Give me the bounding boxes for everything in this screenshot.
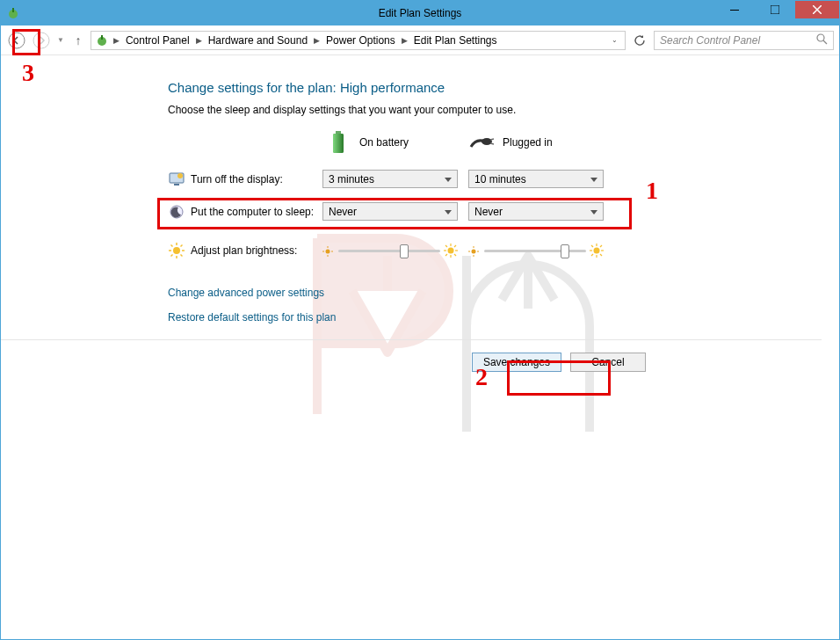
forward-button[interactable] (31, 30, 52, 51)
display-battery-select[interactable]: 3 minutes (322, 170, 458, 188)
advanced-settings-link[interactable]: Change advanced power settings (168, 287, 822, 299)
window-titlebar: Edit Plan Settings (1, 1, 839, 25)
chevron-right-icon[interactable]: ▶ (399, 36, 410, 45)
svg-point-7 (33, 33, 49, 48)
app-icon (6, 6, 20, 20)
sun-max-icon (444, 244, 458, 258)
crumb-power-options[interactable]: Power Options (324, 34, 397, 47)
recent-dropdown-icon[interactable]: ▼ (55, 36, 66, 44)
window-title: Edit Plan Settings (379, 7, 462, 19)
back-button[interactable] (6, 30, 27, 51)
svg-rect-1 (12, 8, 14, 12)
row-turn-off-display: Turn off the display: 3 minutes 10 minut… (168, 167, 822, 191)
main-content: Change settings for the plan: High perfo… (1, 55, 839, 372)
refresh-button[interactable] (629, 31, 650, 50)
svg-rect-2 (730, 10, 739, 11)
chevron-right-icon[interactable]: ▶ (193, 36, 205, 45)
svg-line-55 (591, 245, 593, 247)
svg-line-27 (171, 245, 173, 247)
svg-point-10 (817, 34, 824, 41)
svg-line-42 (454, 254, 456, 256)
nav-bar: ▼ ↑ ▶ Control Panel ▶ Hardware and Sound… (1, 25, 839, 55)
svg-point-6 (9, 33, 25, 48)
restore-defaults-link[interactable]: Restore default settings for this plan (168, 311, 822, 324)
svg-line-17 (490, 143, 494, 144)
display-icon (168, 171, 185, 188)
crumb-control-panel[interactable]: Control Panel (124, 34, 192, 47)
svg-rect-9 (101, 35, 103, 40)
search-placeholder: Search Control Panel (660, 34, 816, 47)
svg-line-58 (591, 254, 593, 256)
sun-min-icon (468, 244, 481, 257)
svg-line-56 (600, 254, 602, 256)
battery-icon (326, 130, 351, 155)
page-subheading: Choose the sleep and display settings th… (168, 104, 822, 116)
sleep-plugged-select[interactable]: Never (468, 202, 604, 221)
crumb-edit-plan[interactable]: Edit Plan Settings (412, 34, 499, 47)
crumb-hardware-sound[interactable]: Hardware and Sound (206, 34, 309, 47)
svg-line-28 (181, 255, 183, 257)
sleep-icon (168, 203, 185, 221)
brightness-icon (168, 242, 185, 259)
chevron-right-icon[interactable]: ▶ (111, 36, 122, 45)
search-input[interactable]: Search Control Panel (654, 31, 834, 50)
brightness-label: Adjust plan brightness: (191, 244, 322, 257)
svg-line-44 (445, 254, 447, 256)
maximize-button[interactable] (755, 1, 795, 18)
brightness-battery-slider[interactable] (338, 250, 440, 252)
up-button[interactable]: ↑ (69, 33, 87, 47)
brightness-plugged-slider[interactable] (484, 250, 586, 252)
plug-icon (469, 130, 494, 155)
search-icon (816, 33, 828, 47)
turn-off-display-label: Turn off the display: (191, 173, 322, 185)
svg-line-16 (490, 139, 494, 140)
sleep-label: Put the computer to sleep: (191, 206, 322, 218)
svg-rect-14 (333, 134, 344, 153)
minimize-button[interactable] (714, 1, 755, 18)
svg-point-36 (448, 248, 454, 254)
sun-min-icon (322, 244, 335, 257)
row-brightness: Adjust plan brightness: (168, 239, 822, 262)
on-battery-label: On battery (359, 136, 409, 149)
svg-point-20 (177, 173, 183, 178)
row-sleep: Put the computer to sleep: Never Never (168, 200, 822, 223)
svg-line-43 (454, 245, 456, 247)
svg-point-31 (326, 250, 330, 254)
page-heading: Change settings for the plan: High perfo… (168, 80, 822, 95)
plugged-in-label: Plugged in (503, 136, 553, 149)
save-changes-button[interactable]: Save changes (472, 353, 561, 372)
svg-line-30 (171, 255, 173, 257)
svg-point-45 (472, 250, 476, 254)
power-plan-icon (95, 33, 109, 47)
display-plugged-select[interactable]: 10 minutes (468, 170, 604, 188)
svg-point-22 (173, 247, 180, 254)
svg-rect-19 (174, 184, 179, 185)
svg-rect-12 (336, 131, 341, 134)
address-dropdown-icon[interactable]: ⌄ (610, 36, 621, 44)
cancel-button[interactable]: Cancel (570, 353, 646, 372)
svg-rect-3 (771, 5, 779, 14)
svg-point-50 (594, 248, 600, 254)
sun-max-icon (590, 244, 604, 258)
svg-line-41 (445, 245, 447, 247)
chevron-right-icon[interactable]: ▶ (311, 36, 322, 45)
close-button[interactable] (795, 1, 839, 18)
svg-line-29 (181, 245, 183, 247)
svg-line-57 (600, 245, 602, 247)
sleep-battery-select[interactable]: Never (322, 202, 458, 221)
address-bar[interactable]: ▶ Control Panel ▶ Hardware and Sound ▶ P… (91, 31, 626, 50)
svg-line-11 (823, 40, 827, 44)
